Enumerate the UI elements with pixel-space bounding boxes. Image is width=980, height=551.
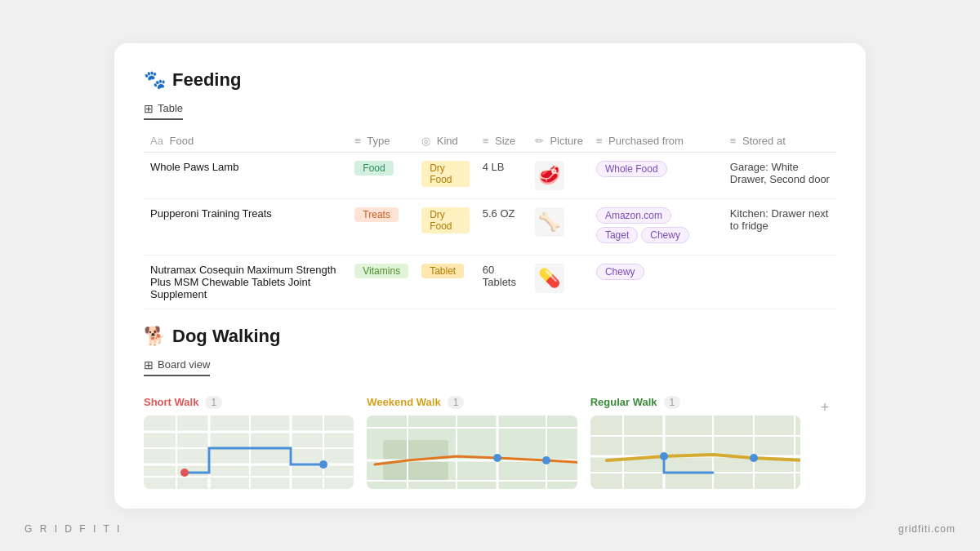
weekend-walk-map[interactable]	[367, 415, 577, 489]
feeding-section: 🐾 Feeding ⊞ Table Aa Food ≡ Type ◎ Kind …	[144, 69, 836, 309]
table-view-tab[interactable]: ⊞ Table	[144, 99, 183, 120]
size-cell: 4 LB	[476, 152, 528, 198]
svg-point-23	[542, 456, 550, 464]
table-tab-label: Table	[158, 102, 183, 114]
weekend-walk-header: Weekend Walk 1	[367, 396, 577, 409]
feeding-table: Aa Food ≡ Type ◎ Kind ≡ Size ✏ Picture ≡…	[144, 130, 836, 309]
kind-badge: Dry Food	[421, 207, 470, 233]
food-name-cell: Pupperoni Training Treats	[144, 198, 348, 255]
kind-badge: Tablet	[421, 264, 464, 278]
short-walk-header: Short Walk 1	[144, 396, 354, 409]
purchased-badge: Taget	[596, 227, 638, 243]
picture-icon: 🥩	[535, 161, 564, 190]
short-walk-svg	[144, 415, 354, 489]
food-name: Nutramax Cosequin Maximum Strength Plus …	[150, 264, 336, 300]
stored-text: Garage: White Drawer, Second door	[730, 161, 830, 185]
short-walk-count: 1	[205, 396, 222, 409]
stored-cell: Kitchen: Drawer next to fridge	[724, 198, 836, 255]
weekend-walk-map-img	[367, 415, 577, 489]
weekend-walk-column: Weekend Walk 1	[367, 396, 577, 489]
col-size: ≡ Size	[476, 130, 528, 153]
short-walk-column: Short Walk 1	[144, 396, 354, 489]
col-purchased: ≡ Purchased from	[590, 130, 724, 153]
purchased-cell: Whole Food	[590, 152, 724, 198]
watermark-right: gridfiti.com	[898, 523, 956, 535]
stored-cell: Garage: White Drawer, Second door	[724, 152, 836, 198]
dog-icon: 🐕	[144, 326, 166, 347]
type-badge: Treats	[354, 207, 399, 222]
weekend-walk-count: 1	[448, 396, 465, 409]
size-text: 60 Tablets	[483, 264, 516, 288]
short-walk-label: Short Walk	[144, 396, 198, 408]
regular-walk-svg	[590, 415, 800, 489]
table-icon: ⊞	[144, 102, 154, 115]
type-cell: Food	[348, 152, 415, 198]
add-column-button[interactable]: +	[813, 396, 836, 416]
add-column-icon: +	[821, 399, 830, 416]
stored-text: Kitchen: Drawer next to fridge	[730, 207, 829, 232]
picture-cell: 🥩	[528, 152, 590, 198]
purchased-badge: Amazon.com	[596, 207, 671, 224]
food-name: Whole Paws Lamb	[150, 161, 238, 173]
food-name-cell: Whole Paws Lamb	[144, 152, 348, 198]
picture-cell: 💊	[528, 255, 590, 309]
size-cell: 5.6 OZ	[476, 198, 528, 255]
weekend-walk-svg	[367, 415, 577, 489]
col-food: Aa Food	[144, 130, 348, 153]
purchased-cell: Chewy	[590, 255, 724, 309]
type-badge: Food	[354, 161, 393, 176]
stored-cell	[724, 255, 836, 309]
svg-rect-24	[590, 415, 800, 489]
short-walk-map-img	[144, 415, 354, 489]
svg-point-34	[750, 454, 758, 462]
table-row: Whole Paws LambFoodDry Food4 LB🥩Whole Fo…	[144, 152, 836, 198]
short-walk-map[interactable]	[144, 415, 354, 489]
food-name-cell: Nutramax Cosequin Maximum Strength Plus …	[144, 255, 348, 309]
board-tab-label: Board view	[158, 358, 210, 371]
purchased-badge: Whole Food	[596, 161, 667, 177]
regular-walk-label: Regular Walk	[590, 396, 657, 408]
feeding-title-text: Feeding	[172, 69, 241, 91]
feeding-icon: 🐾	[144, 69, 166, 91]
col-stored: ≡ Stored at	[724, 130, 836, 153]
svg-point-11	[180, 469, 189, 477]
type-cell: Vitamins	[348, 255, 415, 309]
main-card: 🐾 Feeding ⊞ Table Aa Food ≡ Type ◎ Kind …	[114, 43, 866, 509]
kind-cell: Dry Food	[415, 198, 476, 255]
regular-walk-map-img	[590, 415, 800, 489]
size-cell: 60 Tablets	[476, 255, 528, 309]
food-name: Pupperoni Training Treats	[150, 207, 272, 220]
kind-cell: Tablet	[415, 255, 476, 309]
regular-walk-count: 1	[664, 396, 681, 409]
purchased-badge: Chewy	[641, 227, 689, 243]
watermark-left: G R I D F I T I	[24, 523, 122, 535]
purchased-cell: Amazon.comTagetChewy	[590, 198, 724, 255]
type-cell: Treats	[348, 198, 415, 255]
picture-icon: 🦴	[535, 207, 564, 237]
feeding-title: 🐾 Feeding	[144, 69, 836, 91]
svg-rect-0	[144, 415, 354, 489]
regular-walk-map[interactable]	[590, 415, 800, 489]
svg-point-12	[319, 460, 327, 469]
table-row: Nutramax Cosequin Maximum Strength Plus …	[144, 255, 836, 309]
board-view-tab[interactable]: ⊞ Board view	[144, 355, 210, 376]
regular-walk-header: Regular Walk 1	[590, 396, 800, 409]
board-row: Short Walk 1	[144, 396, 836, 489]
type-badge: Vitamins	[354, 264, 408, 278]
col-picture: ✏ Picture	[528, 130, 590, 153]
kind-cell: Dry Food	[415, 152, 476, 198]
size-text: 4 LB	[483, 161, 505, 173]
regular-walk-column: Regular Walk 1	[590, 396, 800, 489]
picture-cell: 🦴	[528, 198, 590, 255]
weekend-walk-label: Weekend Walk	[367, 396, 440, 408]
svg-point-33	[660, 452, 668, 460]
dog-walking-title-text: Dog Walking	[172, 326, 280, 347]
dog-walking-title: 🐕 Dog Walking	[144, 326, 836, 347]
col-type: ≡ Type	[348, 130, 415, 153]
picture-icon: 💊	[535, 264, 564, 293]
kind-badge: Dry Food	[421, 161, 470, 187]
size-text: 5.6 OZ	[483, 207, 515, 220]
board-icon: ⊞	[144, 358, 154, 371]
svg-point-22	[493, 454, 501, 462]
purchased-badge: Chewy	[596, 264, 644, 280]
